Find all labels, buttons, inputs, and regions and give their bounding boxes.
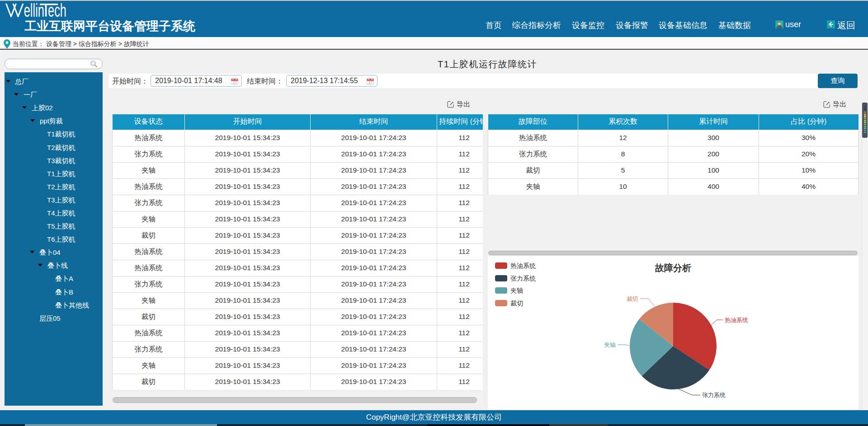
svg-text:17: 17: [233, 80, 237, 84]
svg-text:热油系统: 热油系统: [725, 317, 748, 323]
svg-text:夹轴: 夹轴: [604, 342, 616, 348]
svg-text:张力系统: 张力系统: [702, 392, 726, 398]
svg-text:17: 17: [368, 80, 373, 84]
svg-text:ech: ech: [48, 2, 66, 17]
svg-text:裁切: 裁切: [627, 295, 638, 302]
svg-text:ellin: ellin: [24, 2, 44, 17]
